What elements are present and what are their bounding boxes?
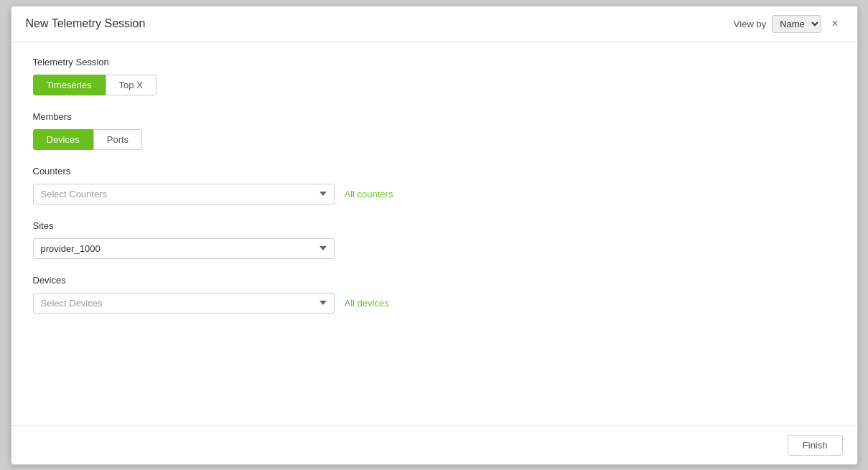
- sites-field-row: provider_1000: [33, 238, 836, 259]
- devices-label: Devices: [33, 275, 836, 286]
- sites-label: Sites: [33, 220, 836, 231]
- members-toggle-group: Devices Ports: [33, 129, 836, 150]
- modal-footer: Finish: [11, 426, 857, 464]
- all-counters-link[interactable]: All counters: [345, 189, 393, 199]
- finish-button[interactable]: Finish: [788, 435, 843, 456]
- ports-button[interactable]: Ports: [93, 129, 142, 150]
- members-label: Members: [33, 111, 836, 122]
- devices-field-row: Select Devices All devices: [33, 293, 836, 314]
- members-section: Members Devices Ports: [33, 111, 836, 150]
- devices-section: Devices Select Devices All devices: [33, 275, 836, 314]
- devices-button[interactable]: Devices: [33, 129, 93, 150]
- sites-section: Sites provider_1000: [33, 220, 836, 259]
- view-by-select[interactable]: Name: [772, 15, 821, 33]
- close-button[interactable]: ×: [827, 17, 842, 31]
- timeseries-button[interactable]: Timeseries: [33, 75, 106, 95]
- devices-select[interactable]: Select Devices: [33, 293, 335, 314]
- all-devices-link[interactable]: All devices: [345, 298, 389, 309]
- view-by-label: View by: [734, 19, 766, 29]
- telemetry-session-toggle-group: Timeseries Top X: [33, 75, 836, 95]
- modal-title: New Telemetry Session: [26, 17, 146, 30]
- modal-header: New Telemetry Session View by Name ×: [11, 6, 857, 42]
- telemetry-session-label: Telemetry Session: [33, 57, 836, 67]
- new-telemetry-session-modal: New Telemetry Session View by Name × Tel…: [11, 6, 858, 465]
- counters-field-row: Select Counters All counters: [33, 184, 836, 205]
- top-x-button[interactable]: Top X: [106, 75, 157, 95]
- counters-section: Counters Select Counters All counters: [33, 166, 836, 205]
- header-right: View by Name ×: [734, 15, 843, 33]
- sites-select[interactable]: provider_1000: [33, 238, 335, 259]
- counters-label: Counters: [33, 166, 836, 177]
- modal-body: Telemetry Session Timeseries Top X Membe…: [11, 42, 857, 426]
- telemetry-session-section: Telemetry Session Timeseries Top X: [33, 57, 836, 95]
- counters-select[interactable]: Select Counters: [33, 184, 335, 205]
